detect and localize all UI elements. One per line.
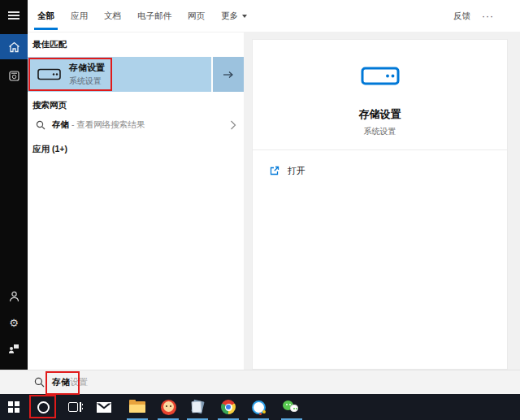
notepad-button[interactable] bbox=[185, 394, 210, 420]
notepad-icon bbox=[190, 400, 205, 414]
preview-panel: 存储设置 系统设置 打开 bbox=[244, 32, 520, 370]
qq-button[interactable] bbox=[246, 394, 271, 420]
overflow-menu-icon[interactable]: ··· bbox=[482, 11, 494, 22]
home-glyph bbox=[8, 41, 20, 53]
task-view-button[interactable] bbox=[63, 394, 87, 420]
windows-logo-icon bbox=[8, 401, 20, 414]
tab-more[interactable]: 更多 bbox=[221, 0, 247, 32]
windows-search-flyout: 全部 应用 文档 电子邮件 网页 更多 反馈 ··· bbox=[0, 0, 520, 420]
web-search-header: 搜索网页 bbox=[32, 100, 67, 111]
orange-app-icon bbox=[161, 400, 176, 415]
active-tab-underline bbox=[34, 28, 58, 30]
tab-documents[interactable]: 文档 bbox=[104, 0, 121, 32]
web-search-suffix: - 查看网络搜索结果 bbox=[72, 119, 145, 129]
preview-subtitle: 系统设置 bbox=[364, 126, 396, 137]
best-match-red-annotation-box bbox=[28, 58, 112, 91]
chevron-right-icon bbox=[230, 120, 236, 130]
best-match-header: 最佳匹配 bbox=[32, 39, 67, 50]
account-icon[interactable] bbox=[0, 287, 28, 306]
web-search-query: 存储 bbox=[52, 119, 69, 129]
apps-section-header: 应用 (1+) bbox=[32, 144, 67, 155]
cortana-red-annotation-box bbox=[29, 395, 56, 418]
feedback-people-glyph bbox=[8, 344, 20, 354]
preview-title: 存储设置 bbox=[359, 107, 401, 122]
mail-button[interactable] bbox=[92, 394, 116, 420]
tab-more-label: 更多 bbox=[221, 11, 238, 22]
chevron-down-icon bbox=[242, 15, 247, 18]
home-icon[interactable] bbox=[0, 34, 28, 59]
tab-all[interactable]: 全部 bbox=[37, 0, 54, 32]
settings-gear-icon[interactable]: ⚙ bbox=[0, 313, 28, 332]
tab-web[interactable]: 网页 bbox=[188, 0, 205, 32]
account-glyph bbox=[9, 291, 20, 302]
expand-arrow-button[interactable] bbox=[213, 57, 244, 92]
chrome-icon bbox=[221, 400, 236, 414]
tab-all-label: 全部 bbox=[37, 11, 54, 22]
feedback-people-icon[interactable] bbox=[0, 339, 28, 358]
gear-glyph: ⚙ bbox=[9, 317, 19, 329]
tab-email[interactable]: 电子邮件 bbox=[137, 0, 171, 32]
storage-drive-icon-large bbox=[361, 67, 400, 85]
search-icon bbox=[34, 377, 45, 388]
tab-apps[interactable]: 应用 bbox=[71, 0, 88, 32]
task-view-icon bbox=[68, 401, 82, 413]
taskbar bbox=[0, 394, 520, 420]
open-action-row[interactable]: 打开 bbox=[253, 160, 507, 181]
file-explorer-button[interactable] bbox=[125, 394, 150, 420]
hamburger-bars bbox=[8, 9, 20, 21]
web-search-text: 存储 - 查看网络搜索结果 bbox=[52, 119, 145, 131]
mail-icon bbox=[97, 402, 111, 413]
open-external-icon bbox=[269, 166, 280, 176]
topbar-right: 反馈 ··· bbox=[453, 11, 494, 22]
file-explorer-icon bbox=[129, 401, 145, 414]
journal-icon[interactable] bbox=[0, 65, 28, 86]
qq-icon bbox=[252, 401, 266, 414]
tab-documents-label: 文档 bbox=[104, 11, 121, 22]
wechat-button[interactable] bbox=[280, 394, 304, 420]
right-arrow-icon bbox=[223, 71, 234, 79]
left-rail: ⚙ bbox=[0, 0, 28, 370]
chrome-button[interactable] bbox=[216, 394, 240, 420]
journal-glyph bbox=[9, 71, 20, 81]
open-action-label: 打开 bbox=[288, 165, 306, 177]
tab-apps-label: 应用 bbox=[71, 11, 88, 22]
search-filter-tabbar: 全部 应用 文档 电子邮件 网页 更多 反馈 ··· bbox=[28, 0, 520, 32]
wechat-icon bbox=[283, 401, 301, 414]
orange-app-button[interactable] bbox=[156, 394, 180, 420]
windows-start-button[interactable] bbox=[2, 394, 26, 420]
web-search-row[interactable]: 存储 - 查看网络搜索结果 bbox=[28, 113, 244, 137]
tab-email-label: 电子邮件 bbox=[137, 11, 171, 22]
feedback-link[interactable]: 反馈 bbox=[453, 11, 470, 22]
search-icon bbox=[36, 120, 46, 130]
preview-divider bbox=[253, 149, 507, 150]
preview-card-top: 存储设置 系统设置 bbox=[253, 40, 507, 137]
preview-card: 存储设置 系统设置 打开 bbox=[252, 39, 508, 370]
tab-web-label: 网页 bbox=[188, 11, 205, 22]
filter-tabs: 全部 应用 文档 电子邮件 网页 更多 bbox=[37, 0, 247, 32]
hamburger-menu-icon[interactable] bbox=[0, 3, 28, 28]
search-text-red-annotation-box bbox=[46, 371, 80, 395]
